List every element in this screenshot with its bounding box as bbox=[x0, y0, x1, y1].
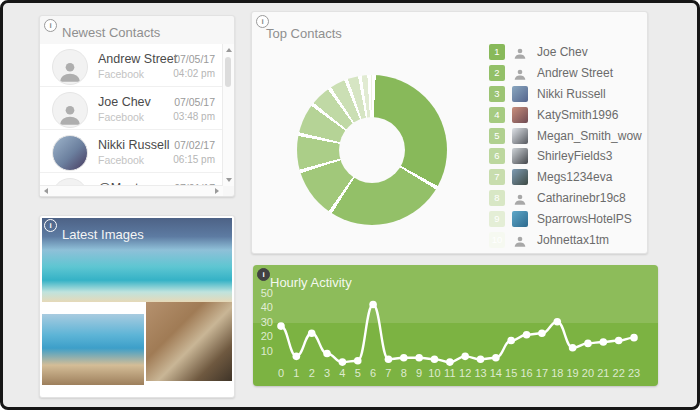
rank-badge: 2 bbox=[489, 65, 505, 81]
svg-text:23: 23 bbox=[628, 367, 640, 379]
list-item[interactable]: 10 Johnettax1tm bbox=[489, 229, 639, 250]
contact-name: Nikki Russell bbox=[537, 87, 606, 101]
scroll-down-icon[interactable] bbox=[226, 178, 232, 182]
svg-text:7: 7 bbox=[385, 367, 391, 379]
svg-text:9: 9 bbox=[416, 367, 422, 379]
info-icon[interactable]: i bbox=[44, 19, 57, 32]
svg-text:8: 8 bbox=[401, 367, 407, 379]
list-item[interactable]: 1 Joe Chev bbox=[489, 42, 639, 63]
list-item[interactable]: Andrew Street Facebook 07/05/17 04:02 pm bbox=[40, 44, 223, 87]
photo-beach-thumbs-up[interactable] bbox=[42, 314, 144, 385]
svg-text:20: 20 bbox=[261, 330, 273, 342]
svg-text:0: 0 bbox=[278, 367, 284, 379]
scroll-right-icon[interactable] bbox=[215, 188, 219, 194]
svg-text:18: 18 bbox=[551, 367, 563, 379]
hourly-line-chart[interactable]: 1020304050012345678910111213141516171819… bbox=[253, 265, 658, 386]
info-icon[interactable]: i bbox=[256, 15, 269, 28]
contact-name: KatySmith1996 bbox=[537, 108, 618, 122]
contact-name: Andrew Street bbox=[98, 52, 173, 66]
contact-name: Joe Chev bbox=[537, 45, 588, 59]
rank-badge: 9 bbox=[489, 211, 505, 227]
info-icon[interactable]: i bbox=[257, 268, 270, 281]
rank-badge: 1 bbox=[489, 44, 505, 60]
svg-text:40: 40 bbox=[261, 301, 273, 313]
list-item[interactable]: Nikki Russell Facebook 07/02/17 06:15 pm bbox=[40, 130, 223, 173]
contact-date: 07/05/17 bbox=[173, 96, 215, 108]
list-item[interactable]: 5 Megan_Smith_wow bbox=[489, 125, 639, 146]
top-contacts-donut-chart[interactable] bbox=[297, 75, 447, 225]
contact-date: 07/05/17 bbox=[173, 53, 215, 65]
avatar bbox=[512, 128, 528, 144]
avatar bbox=[512, 148, 528, 164]
svg-text:17: 17 bbox=[536, 367, 548, 379]
contact-time: 03:48 pm bbox=[173, 111, 215, 122]
image-collage: Latest Images bbox=[42, 218, 232, 395]
svg-text:5: 5 bbox=[355, 367, 361, 379]
avatar bbox=[512, 107, 528, 123]
list-item[interactable]: 3 Nikki Russell bbox=[489, 84, 639, 105]
avatar bbox=[52, 92, 88, 128]
rank-badge: 6 bbox=[489, 148, 505, 164]
rank-badge: 5 bbox=[489, 128, 505, 144]
avatar bbox=[512, 232, 528, 248]
photo-beach-group-jump[interactable]: Latest Images bbox=[42, 218, 232, 302]
avatar bbox=[512, 211, 528, 227]
svg-text:16: 16 bbox=[520, 367, 532, 379]
newest-contacts-list: Andrew Street Facebook 07/05/17 04:02 pm… bbox=[40, 44, 223, 186]
svg-text:10: 10 bbox=[261, 345, 273, 357]
rank-badge: 4 bbox=[489, 107, 505, 123]
rank-badge: 7 bbox=[489, 169, 505, 185]
newest-contacts-panel: i Newest Contacts Andrew Street Facebook… bbox=[39, 15, 235, 197]
svg-text:22: 22 bbox=[613, 367, 625, 379]
svg-text:3: 3 bbox=[324, 367, 330, 379]
avatar bbox=[52, 135, 88, 171]
avatar bbox=[512, 169, 528, 185]
contact-name: Catharinebr19c8 bbox=[537, 191, 626, 205]
scroll-up-icon[interactable] bbox=[226, 48, 232, 52]
avatar bbox=[512, 44, 528, 60]
contact-name: Johnettax1tm bbox=[537, 233, 609, 247]
contact-name: Megs1234eva bbox=[537, 170, 612, 184]
scroll-left-icon[interactable] bbox=[44, 188, 48, 194]
contact-network: Facebook bbox=[98, 111, 173, 123]
contact-name: Andrew Street bbox=[537, 66, 613, 80]
svg-text:12: 12 bbox=[459, 367, 471, 379]
panel-title: Top Contacts bbox=[266, 26, 342, 41]
list-item[interactable]: 7 Megs1234eva bbox=[489, 167, 639, 188]
top-contacts-list: 1 Joe Chev 2 Andrew Street 3 Nikki Russe… bbox=[489, 42, 639, 250]
svg-text:19: 19 bbox=[566, 367, 578, 379]
list-item[interactable]: 6 ShirleyFields3 bbox=[489, 146, 639, 167]
list-item[interactable]: 4 KatySmith1996 bbox=[489, 104, 639, 125]
contact-name: ShirleyFields3 bbox=[537, 149, 612, 163]
svg-text:20: 20 bbox=[582, 367, 594, 379]
svg-text:1: 1 bbox=[293, 367, 299, 379]
contact-date: 07/02/17 bbox=[173, 139, 215, 151]
list-item[interactable]: 9 SparrowsHotelPS bbox=[489, 208, 639, 229]
panel-header: Newest Contacts bbox=[40, 16, 234, 44]
vertical-scrollbar[interactable] bbox=[222, 44, 234, 186]
latest-images-panel: i Latest Images bbox=[39, 215, 235, 398]
photo-rocks-selfie-group[interactable] bbox=[146, 302, 232, 381]
contact-name: SparrowsHotelPS bbox=[537, 212, 632, 226]
scrollbar-thumb[interactable] bbox=[225, 57, 231, 87]
rank-badge: 10 bbox=[489, 232, 505, 248]
horizontal-scrollbar[interactable] bbox=[40, 185, 223, 196]
panel-title: Latest Images bbox=[62, 227, 144, 242]
rank-badge: 8 bbox=[489, 190, 505, 206]
svg-text:21: 21 bbox=[597, 367, 609, 379]
panel-title: Newest Contacts bbox=[62, 25, 160, 40]
top-contacts-panel: i Top Contacts 1 Joe Chev 2 Andrew Stree… bbox=[251, 11, 648, 254]
contact-name: Megan_Smith_wow bbox=[537, 129, 642, 143]
contact-network: Facebook bbox=[98, 68, 173, 80]
list-item[interactable]: Joe Chev Facebook 07/05/17 03:48 pm bbox=[40, 87, 223, 130]
hourly-activity-panel: i Hourly Activity 1020304050012345678910… bbox=[253, 265, 658, 386]
info-icon[interactable]: i bbox=[44, 219, 57, 232]
avatar bbox=[52, 49, 88, 85]
list-item[interactable]: 8 Catharinebr19c8 bbox=[489, 188, 639, 209]
svg-text:11: 11 bbox=[444, 367, 455, 379]
svg-text:10: 10 bbox=[428, 367, 440, 379]
list-item[interactable]: 2 Andrew Street bbox=[489, 63, 639, 84]
svg-text:13: 13 bbox=[474, 367, 486, 379]
avatar bbox=[512, 86, 528, 102]
svg-text:6: 6 bbox=[370, 367, 376, 379]
